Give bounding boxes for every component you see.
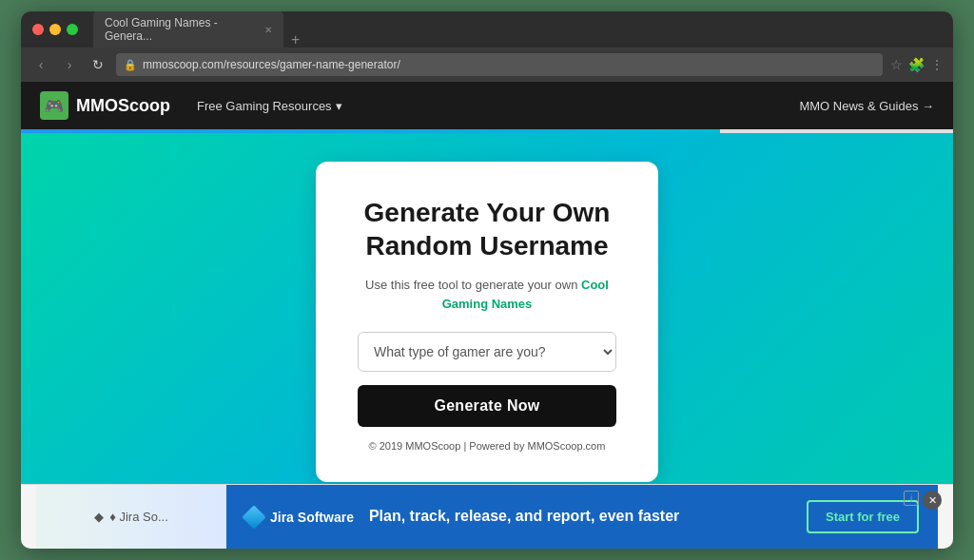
gamer-type-select[interactable]: What type of gamer are you? RPG Gamer FP… bbox=[358, 332, 616, 372]
subtitle-prefix: Use this free tool to generate your own bbox=[365, 278, 581, 292]
generate-button[interactable]: Generate Now bbox=[358, 385, 616, 427]
chevron-down-icon: ▾ bbox=[336, 99, 342, 113]
minimize-window-button[interactable] bbox=[49, 24, 61, 35]
generator-card: Generate Your Own Random Username Use th… bbox=[316, 162, 658, 482]
close-window-button[interactable] bbox=[32, 24, 44, 35]
menu-icon[interactable]: ⋮ bbox=[930, 57, 944, 72]
jira-logo-icon bbox=[242, 505, 265, 529]
ad-info-icon[interactable]: i bbox=[904, 491, 919, 506]
toolbar-actions: ☆ 🧩 ⋮ bbox=[890, 57, 944, 72]
free-gaming-resources-menu[interactable]: Free Gaming Resources ▾ bbox=[189, 95, 350, 117]
tab-close-icon[interactable]: ✕ bbox=[264, 25, 272, 35]
maximize-window-button[interactable] bbox=[67, 24, 78, 35]
bookmark-icon[interactable]: ☆ bbox=[890, 57, 903, 72]
card-title: Generate Your Own Random Username bbox=[358, 196, 616, 262]
ad-main-section: Jira Software Plan, track, release, and … bbox=[226, 485, 938, 549]
browser-window: Cool Gaming Names - Genera... ✕ + ‹ › ↻ … bbox=[21, 11, 953, 549]
lock-icon: 🔒 bbox=[124, 59, 137, 71]
ad-left-section: ◆ ♦ Jira So... bbox=[36, 485, 226, 549]
ad-software-label: Jira Software bbox=[270, 510, 354, 525]
url-text: mmoscoop.com/resources/gamer-name-genera… bbox=[143, 58, 400, 71]
extensions-icon[interactable]: 🧩 bbox=[908, 57, 925, 72]
site-content: Generate Your Own Random Username Use th… bbox=[21, 133, 953, 484]
logo-icon: 🎮 bbox=[40, 91, 68, 120]
ad-cta-button[interactable]: Start for free bbox=[807, 500, 919, 533]
refresh-button[interactable]: ↻ bbox=[88, 54, 108, 75]
browser-toolbar: ‹ › ↻ 🔒 mmoscoop.com/resources/gamer-nam… bbox=[21, 48, 953, 82]
forward-button[interactable]: › bbox=[59, 54, 80, 75]
ad-left-label: ♦ Jira So... bbox=[109, 510, 168, 524]
tab-title: Cool Gaming Names - Genera... bbox=[105, 16, 259, 43]
site-logo[interactable]: 🎮 MMOScoop bbox=[40, 91, 170, 120]
ad-copy-text: Plan, track, release, and report, even f… bbox=[369, 507, 791, 527]
back-button[interactable]: ‹ bbox=[30, 54, 51, 75]
jira-diamond-left: ◆ bbox=[94, 510, 104, 524]
card-subtitle: Use this free tool to generate your own … bbox=[358, 276, 616, 313]
address-bar[interactable]: 🔒 mmoscoop.com/resources/gamer-name-gene… bbox=[116, 53, 883, 76]
new-tab-button[interactable]: + bbox=[283, 31, 307, 48]
card-footer: © 2019 MMOScoop | Powered by MMOScoop.co… bbox=[358, 440, 616, 452]
browser-tabs: Cool Gaming Names - Genera... ✕ + bbox=[93, 11, 942, 48]
browser-tab-active[interactable]: Cool Gaming Names - Genera... ✕ bbox=[93, 11, 283, 48]
browser-titlebar: Cool Gaming Names - Genera... ✕ + bbox=[21, 11, 953, 48]
site-navbar: 🎮 MMOScoop Free Gaming Resources ▾ MMO N… bbox=[21, 82, 953, 129]
logo-text: MMOScoop bbox=[76, 96, 170, 116]
ad-logo: Jira Software bbox=[245, 509, 354, 526]
traffic-lights bbox=[32, 24, 78, 35]
menu-label: Free Gaming Resources bbox=[197, 99, 332, 113]
ad-close-button[interactable]: ✕ bbox=[923, 491, 942, 510]
logo-emoji: 🎮 bbox=[45, 97, 64, 115]
ad-banner: ◆ ♦ Jira So... Jira Software Plan, track… bbox=[21, 484, 953, 549]
mmo-news-guides-link[interactable]: MMO News & Guides → bbox=[799, 99, 934, 113]
